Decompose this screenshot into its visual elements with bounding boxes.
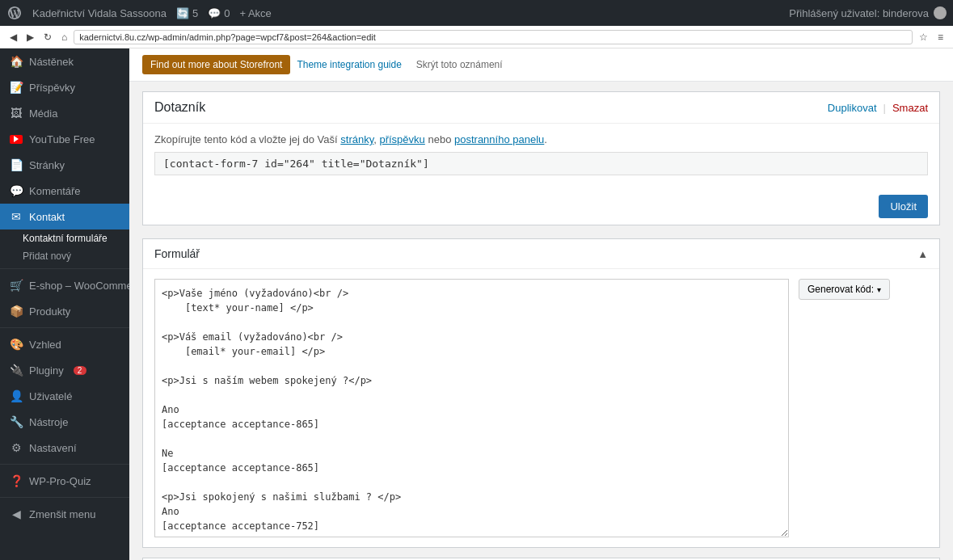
quiz-icon: ❓	[10, 474, 23, 487]
sidebar-sub-pridat-novy[interactable]: Přidat nový	[0, 247, 129, 265]
wp-logo-icon[interactable]	[6, 5, 23, 21]
sidebar-item-kontakt[interactable]: ✉ Kontakt	[0, 204, 129, 229]
pages-icon: 📄	[10, 158, 23, 171]
sidebar-item-nastěnek[interactable]: 🏠 Nástěnek	[0, 48, 129, 74]
home-icon: 🏠	[10, 55, 23, 68]
shortcode-box[interactable]: [contact-form-7 id="264" title="Dotazník…	[154, 152, 928, 175]
url-input[interactable]	[74, 30, 913, 44]
main-layout: 🏠 Nástěnek 📝 Příspěvky 🖼 Média YouTube F…	[0, 48, 953, 560]
new-action-button[interactable]: + Akce	[239, 7, 271, 19]
sidebar-item-prispevky[interactable]: 📝 Příspěvky	[0, 74, 129, 100]
form-title: Dotazník	[154, 100, 205, 115]
youtube-icon	[10, 133, 23, 145]
settings-icon: ⚙	[10, 441, 23, 454]
forward-button[interactable]: ▶	[23, 30, 37, 44]
sidebar-item-uzivatele[interactable]: 👤 Uživatelé	[0, 383, 129, 409]
hide-notice-button[interactable]: Skrýt toto oznámení	[408, 55, 511, 74]
comments-button[interactable]: 💬0	[208, 7, 230, 19]
appearance-icon: 🎨	[10, 338, 23, 351]
formulare-panel-title: Formulář	[154, 247, 200, 260]
storefront-button[interactable]: Find out more about Storefront	[142, 55, 290, 74]
top-bar: Kadeřnictví Vidala Sassoona 🔄5 💬0 + Akce…	[0, 0, 953, 26]
back-button[interactable]: ◀	[6, 30, 20, 44]
content-area: Find out more about Storefront Theme int…	[129, 48, 953, 560]
sidebar-item-produkty[interactable]: 📦 Produkty	[0, 298, 129, 324]
tools-icon: 🔧	[10, 415, 23, 428]
post-link[interactable]: příspěvku	[379, 133, 424, 145]
products-icon: 📦	[10, 305, 23, 318]
user-avatar	[934, 6, 947, 19]
form-card-actions: Duplikovat | Smazat	[828, 102, 928, 114]
eshop-icon: 🛒	[10, 279, 23, 292]
sidebar-sub-kontaktni-formulare[interactable]: Kontaktní formuláře	[0, 229, 129, 247]
comments-icon: 💬	[10, 184, 23, 197]
sidebar-item-nastroje[interactable]: 🔧 Nástroje	[0, 409, 129, 435]
users-icon: 👤	[10, 389, 23, 402]
save-button[interactable]: Uložit	[879, 195, 928, 218]
form-sidebar-tools: Generovat kód:	[799, 279, 928, 537]
save-area: Uložit	[143, 188, 939, 225]
sidebar-item-media[interactable]: 🖼 Média	[0, 100, 129, 126]
generate-code-button[interactable]: Generovat kód:	[799, 279, 890, 300]
url-bar: ◀ ▶ ↻ ⌂ ☆ ≡	[0, 26, 953, 48]
action-separator: |	[883, 102, 886, 114]
form-editor-area: <p>Vaše jméno (vyžadováno)<br /> [text* …	[154, 279, 928, 537]
delete-link[interactable]: Smazat	[892, 102, 928, 114]
duplicate-link[interactable]: Duplikovat	[828, 102, 877, 114]
posts-icon: 📝	[10, 81, 23, 94]
sidebar-item-pluginy[interactable]: 🔌 Pluginy 2	[0, 357, 129, 383]
sidebar-menu: 🏠 Nástěnek 📝 Příspěvky 🖼 Média YouTube F…	[0, 48, 129, 527]
notice-bar: Find out more about Storefront Theme int…	[129, 48, 953, 82]
plugins-icon: 🔌	[10, 364, 23, 377]
sidebar-item-eshop[interactable]: 🛒 E-shop – WooCommerce	[0, 272, 129, 298]
page-content: Dotazník Duplikovat | Smazat Zkopírujte …	[129, 91, 953, 560]
sidebar-item-komentare[interactable]: 💬 Komentáře	[0, 178, 129, 204]
bookmark-button[interactable]: ☆	[916, 30, 931, 44]
form-card-body: Zkopírujte tento kód a vložte jej do Vaš…	[143, 124, 939, 188]
user-info: Přihlášený uživatel: binderova	[789, 6, 947, 19]
sidebar-item-zmensit[interactable]: ◀ Zmenšit menu	[0, 501, 129, 527]
formulare-panel-header[interactable]: Formulář ▲	[143, 239, 939, 269]
page-link[interactable]: stránky	[340, 133, 373, 145]
form-content-textarea[interactable]: <p>Vaše jméno (vyžadováno)<br /> [text* …	[154, 279, 789, 537]
refresh-button[interactable]: ↻	[40, 30, 55, 44]
theme-integration-link[interactable]: Theme integration guide	[297, 59, 401, 70]
home-button[interactable]: ⌂	[58, 30, 70, 44]
sidebar-divider-3	[0, 464, 129, 465]
media-icon: 🖼	[10, 107, 23, 120]
sidebar-item-nastaveni[interactable]: ⚙ Nastavení	[0, 435, 129, 461]
form-title-card: Dotazník Duplikovat | Smazat Zkopírujte …	[142, 91, 940, 225]
sidebar-item-vzhled[interactable]: 🎨 Vzhled	[0, 331, 129, 357]
shortcode-hint: Zkopírujte tento kód a vložte jej do Vaš…	[154, 133, 928, 145]
menu-button[interactable]: ≡	[934, 30, 947, 44]
updates-button[interactable]: 🔄5	[176, 7, 198, 19]
sidebar-item-stranky[interactable]: 📄 Stránky	[0, 152, 129, 178]
formulare-panel-body: <p>Vaše jméno (vyžadováno)<br /> [text* …	[143, 269, 939, 547]
plugins-badge: 2	[74, 366, 86, 375]
collapse-icon: ◀	[10, 507, 23, 520]
sidebar-divider-2	[0, 327, 129, 328]
sidebar: 🏠 Nástěnek 📝 Příspěvky 🖼 Média YouTube F…	[0, 48, 129, 560]
sidebar-item-wpproquiz[interactable]: ❓ WP-Pro-Quiz	[0, 468, 129, 494]
sidebar-divider	[0, 268, 129, 269]
sidebar-divider-4	[0, 497, 129, 498]
contact-icon: ✉	[10, 210, 23, 223]
sidebar-item-youtube[interactable]: YouTube Free	[0, 126, 129, 152]
sidebar-link[interactable]: postranního panelu	[454, 133, 544, 145]
formulare-collapse-icon: ▲	[917, 248, 928, 260]
formulare-panel: Formulář ▲ <p>Vaše jméno (vyžadováno)<br…	[142, 238, 940, 548]
form-card-header: Dotazník Duplikovat | Smazat	[143, 92, 939, 124]
site-name: Kadeřnictví Vidala Sassoona	[32, 7, 167, 19]
